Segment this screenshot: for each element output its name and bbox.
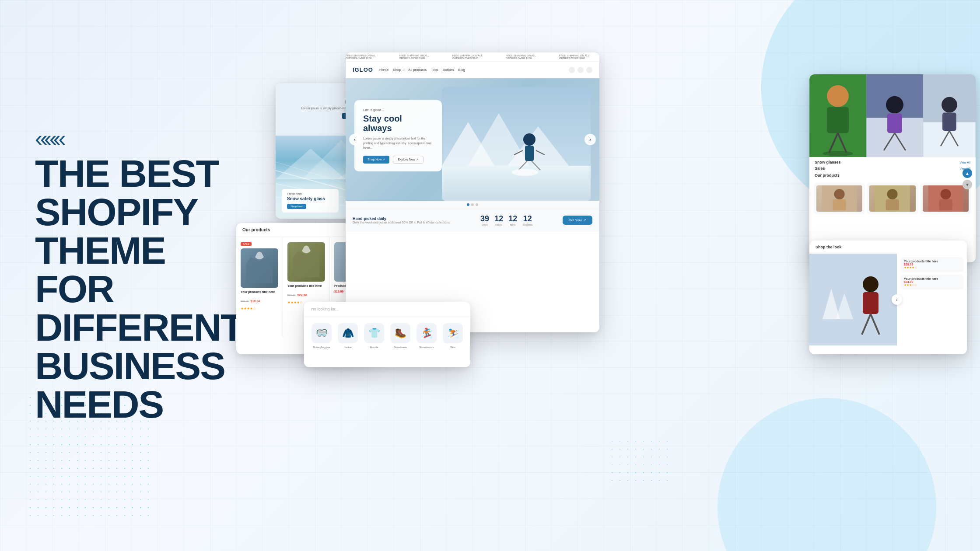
search-bar[interactable]: I'm looking for... <box>304 302 470 317</box>
card5-prod-2 <box>867 183 918 214</box>
snowboards-icon: 🏂 <box>416 323 437 343</box>
product-name-2: Your products title here <box>287 284 325 287</box>
countdown-days: 39 Days <box>480 214 489 226</box>
dot-3[interactable] <box>476 203 478 206</box>
nav-home[interactable]: Home <box>379 68 388 72</box>
category-snow-goggles[interactable]: 🥽 Snow Goggles <box>312 323 332 349</box>
product-stars-1: ★★★★☆ <box>241 307 278 310</box>
card-shop-the-look: Shop the look › Your products <box>809 241 967 354</box>
snow-glasses-header: Snow glasses View All <box>809 157 976 165</box>
days-number: 39 <box>480 214 489 223</box>
jacket-label: Jacket <box>344 346 351 349</box>
person-svg-3 <box>923 185 969 212</box>
card5-prod-img-3 <box>923 185 969 212</box>
sales-section-label: Sales <box>815 166 825 171</box>
sales-header: Sales View All <box>809 165 976 171</box>
secs-number: 12 <box>522 214 532 223</box>
card6-prod-price-1: $28.99 <box>904 263 960 266</box>
card2-hero: ‹ › <box>346 78 599 201</box>
hoodie-label: Hoodie <box>370 346 378 349</box>
card6-prod-1: Your products title here $28.99 ★★★★☆ <box>900 257 963 272</box>
dot-1[interactable] <box>467 203 469 206</box>
snow-goggles-icon: 🥽 <box>312 323 332 343</box>
nav-allproducts[interactable]: All products <box>408 68 427 72</box>
left-panel: ««« THE BEST SHOPIFY THEME FOR DIFFERENT… <box>35 127 262 424</box>
card5-nav-down[interactable]: ▼ <box>962 180 972 189</box>
hero-shop-now-btn[interactable]: Shop Now ↗ <box>363 156 389 164</box>
product-img-2 <box>287 242 325 282</box>
heading-line4: BUSINESS <box>35 344 225 387</box>
card2-icons <box>569 67 592 73</box>
card2-header: IGLOO Home Shop ↓ All products Tops Bott… <box>346 62 599 78</box>
svg-point-12 <box>523 133 536 146</box>
category-hoodie[interactable]: 👕 Hoodie <box>364 323 384 349</box>
get-your-btn[interactable]: Get Your ↗ <box>563 216 592 225</box>
nav-blog[interactable]: Blog <box>458 68 465 72</box>
card5-img-small <box>923 74 976 157</box>
svg-point-24 <box>822 151 853 156</box>
category-snowboards[interactable]: 🏂 Snowboards <box>416 323 437 349</box>
heading-line5: NEEDS <box>35 383 163 426</box>
product-badge-1: SALE <box>241 242 252 246</box>
snow-glasses-section-label: Snow glasses <box>815 160 841 164</box>
skis-icon: ⛷️ <box>443 323 463 343</box>
nav-shop[interactable]: Shop ↓ <box>393 68 404 72</box>
hero-explore-btn[interactable]: Explore New ↗ <box>393 156 424 164</box>
secs-label: Seconds <box>522 223 532 226</box>
cart-icon[interactable] <box>578 67 584 73</box>
svg-point-33 <box>942 97 957 113</box>
days-label: Days <box>480 223 489 226</box>
svg-rect-45 <box>939 199 952 210</box>
category-skis[interactable]: ⛷️ Skis <box>443 323 463 349</box>
card6-prod-2: Your products title here $34.00 ★★★☆☆ <box>900 275 963 289</box>
hero-nav-left[interactable]: ‹ <box>349 134 360 145</box>
product-pricing-2: $34.99 $22.50 <box>287 290 325 298</box>
card1-overlay-btn[interactable]: Shop Now <box>287 204 306 209</box>
mins-number: 12 <box>508 214 517 223</box>
snowboarder-svg <box>809 74 866 157</box>
card5-prod-1 <box>814 183 865 214</box>
snowboarder-svg-3 <box>923 74 976 157</box>
snowboots-icon: 🥾 <box>390 323 410 343</box>
our-products-label: Our products <box>809 171 976 179</box>
product-name-1: Your products title here <box>241 290 278 293</box>
product-item-1: SALE Your products title here $29.48 $18… <box>236 237 283 338</box>
card6-prod-name-1: Your products title here <box>904 260 960 263</box>
card-igloo-store: FREE SHIPPING ON ALL ORDERS OVER $100 FR… <box>346 52 599 332</box>
main-heading: THE BEST SHOPIFY THEME FOR DIFFERENT BUS… <box>35 154 262 424</box>
user-icon[interactable] <box>586 67 592 73</box>
nav-tops[interactable]: Tops <box>431 68 438 72</box>
snow-glasses-view-all[interactable]: View All <box>960 161 970 164</box>
category-jacket[interactable]: 🧥 Jacket <box>338 323 358 349</box>
search-icon[interactable] <box>569 67 575 73</box>
heading-line2: SHOPIFY THEME <box>35 190 197 272</box>
card5-nav-up[interactable]: ▲ <box>962 168 972 178</box>
card1-overlay-title: Snow safety glass <box>287 196 333 201</box>
countdown-title: Hand-picked daily <box>353 216 451 221</box>
card5-top-row <box>809 74 976 157</box>
card6-prod-stars-1: ★★★★☆ <box>904 266 960 269</box>
countdown-numbers: 39 Days 12 Hours 12 Mins 12 Seconds <box>480 214 532 226</box>
card5-products-row <box>809 179 976 218</box>
shipping-text-1: FREE SHIPPING ON ALL ORDERS OVER $100 <box>346 54 386 59</box>
mins-label: Mins <box>508 223 517 226</box>
card6-prod-stars-2: ★★★☆☆ <box>904 283 960 287</box>
skis-label: Skis <box>450 346 455 349</box>
nav-bottom[interactable]: Bottom <box>443 68 454 72</box>
svg-rect-46 <box>809 254 897 345</box>
product-price-1: $18.04 <box>251 300 260 303</box>
card2-nav: Home Shop ↓ All products Tops Bottom Blo… <box>379 68 563 72</box>
category-snowboots[interactable]: 🥾 Snowboots <box>390 323 410 349</box>
card5-img-green <box>809 74 866 157</box>
shop-look-svg <box>809 254 897 345</box>
card6-nav-right[interactable]: › <box>892 294 902 305</box>
dot-2[interactable] <box>471 203 474 206</box>
shipping-text-5: FREE SHIPPING ON ALL ORDERS OVER $100 <box>559 54 599 59</box>
card6-body: › Your products title here $28.99 ★★★★☆ … <box>809 254 967 345</box>
jacket-svg-2 <box>287 242 325 282</box>
svg-point-27 <box>886 96 903 114</box>
igloo-logo: IGLOO <box>353 66 373 73</box>
hero-nav-right[interactable]: › <box>584 134 596 145</box>
svg-rect-21 <box>827 107 849 133</box>
countdown-secs: 12 Seconds <box>522 214 532 226</box>
